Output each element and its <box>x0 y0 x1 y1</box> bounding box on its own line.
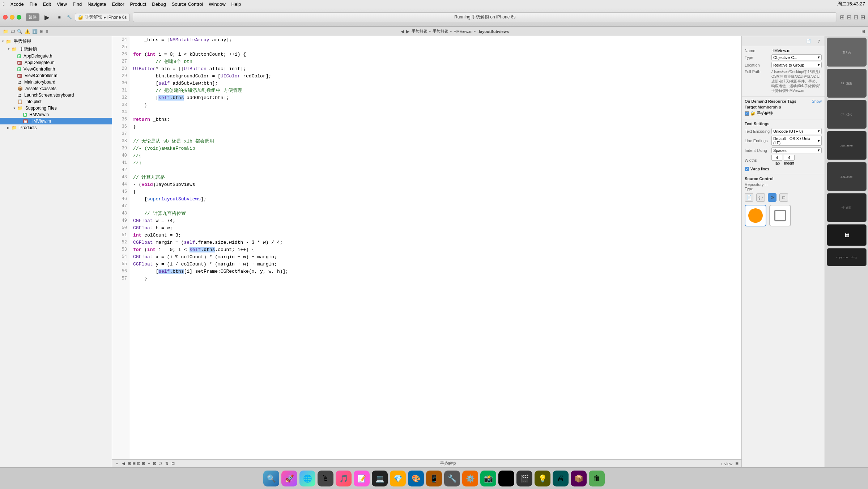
code-line[interactable]: [self addSubview:btn]; <box>133 80 739 87</box>
indent-using-dropdown[interactable]: Spaces ▾ <box>771 147 822 153</box>
pause-button[interactable]: 暂停 <box>26 13 39 21</box>
menu-product[interactable]: Product <box>130 1 146 7</box>
code-line[interactable]: //{ <box>133 152 739 159</box>
sc-thumb-2[interactable] <box>769 205 791 226</box>
tree-item-viewcontroller_h[interactable]: hViewController.h <box>0 66 112 72</box>
dock-ps[interactable]: 🎨 <box>408 471 424 486</box>
encoding-dropdown[interactable]: Unicode (UTF-8) ▾ <box>771 128 822 134</box>
code-line[interactable]: //- (void)awakeFromNib <box>133 145 739 152</box>
folder-icon[interactable]: 📁 <box>3 29 8 34</box>
dock-mouse[interactable]: 🖱 <box>318 471 333 486</box>
tree-item-main_storyboard[interactable]: 🗂Main.storyboard <box>0 79 112 85</box>
dock-itunes[interactable]: 🎵 <box>336 471 352 486</box>
code-line[interactable]: for (int i = 0; i < self.btns.count; i++… <box>133 246 739 253</box>
show-link[interactable]: Show <box>812 99 822 103</box>
dock-app10[interactable]: 🗑 <box>589 471 605 486</box>
code-line[interactable]: //} <box>133 159 739 166</box>
code-line[interactable]: { <box>133 188 739 195</box>
code-line[interactable]: // 计算九宫格 <box>133 174 739 181</box>
tree-item-info_plist[interactable]: 📋Info.plist <box>0 98 112 105</box>
type-dropdown[interactable]: Objective-C... ▾ <box>771 54 822 60</box>
tree-item-supporting[interactable]: ▼📁Supporting Files <box>0 105 112 111</box>
code-line[interactable]: [super layoutSubviews]; <box>133 195 739 203</box>
menu-edit[interactable]: Edit <box>43 1 51 7</box>
code-line[interactable]: CGFloat margin = (self.frame.size.width … <box>133 239 739 246</box>
code-line[interactable]: btn.backgroundColor = [UIColor redColor]… <box>133 72 739 80</box>
menu-help[interactable]: Help <box>231 1 241 7</box>
sc-radio-icon[interactable]: ⊙ <box>768 193 776 202</box>
arrows-v[interactable]: ⇅ <box>165 461 169 466</box>
menu-navigate[interactable]: Navigate <box>88 1 106 7</box>
line-endings-dropdown[interactable]: Default - OS X / Unix (LF) ▾ <box>771 136 822 146</box>
code-line[interactable]: } <box>133 123 739 130</box>
dock-safari[interactable]: 🌐 <box>299 471 315 486</box>
stop-button[interactable]: ■ <box>55 13 64 22</box>
warning-icon[interactable]: ⚠️ <box>25 29 30 34</box>
bc-part4[interactable]: -layoutSubviews <box>477 29 509 34</box>
code-line[interactable] <box>133 203 739 210</box>
back-nav[interactable]: ◀ <box>401 29 404 34</box>
tree-item-products[interactable]: ▶📁Products <box>0 124 112 131</box>
code-line[interactable]: CGFloat x = (i % colCount) * (margin + w… <box>133 253 739 260</box>
more-btn[interactable]: ⊡ <box>171 461 175 466</box>
scheme-selector[interactable]: 🔐 手势解锁 ▸ iPhone 6s <box>75 13 130 21</box>
code-line[interactable]: UIButton* btn = [[UIButton alloc] init]; <box>133 65 739 72</box>
code-line[interactable]: return _btns; <box>133 116 739 123</box>
tree-item-appdelegate_h[interactable]: hAppDelegate.h <box>0 53 112 59</box>
code-line[interactable]: [self.btns addObject:btn]; <box>133 94 739 101</box>
arrows-btn[interactable]: ⇄ <box>159 461 162 466</box>
dock-finder[interactable]: 🔍 <box>263 471 279 486</box>
debug-toggle[interactable]: ⊟ <box>847 14 851 21</box>
code-content[interactable]: _btns = [NSMutableArray array]; for (int… <box>130 36 741 459</box>
menu-xcode[interactable]: Xcode <box>10 1 24 7</box>
file-insp-icon[interactable]: 📄 <box>805 38 812 45</box>
inspector-toggle[interactable]: ⊡ <box>854 14 858 21</box>
apple-menu[interactable]:  <box>3 1 5 7</box>
panel-toggle[interactable]: ⊞ <box>860 14 865 21</box>
sc-doc-icon[interactable]: 📄 <box>745 193 753 202</box>
code-line[interactable]: int colCount = 3; <box>133 231 739 239</box>
code-line[interactable]: // 把创建的按钮添加到数组中 方便管理 <box>133 87 739 94</box>
run-button[interactable]: ▶ <box>42 13 52 22</box>
dock-app5[interactable]: 🖥 <box>498 471 514 486</box>
tree-item-root[interactable]: ▼📁手势解锁 <box>0 38 112 45</box>
code-line[interactable] <box>133 130 739 137</box>
hide-panel[interactable]: ⊠ <box>153 461 156 466</box>
dock-app8[interactable]: 🖨 <box>553 471 569 486</box>
code-line[interactable]: CGFloat h = w; <box>133 224 739 231</box>
dock-app1[interactable]: 📱 <box>426 471 442 486</box>
target-checkbox[interactable]: ✓ <box>745 111 749 116</box>
menu-editor[interactable]: Editor <box>112 1 124 7</box>
tree-item-proj[interactable]: ▼📁手势解锁 <box>0 45 112 53</box>
menu-debug[interactable]: Debug <box>152 1 166 7</box>
code-line[interactable]: // 无论是从 sb 还是 xib 都会调用 <box>133 137 739 145</box>
menu-window[interactable]: Window <box>209 1 225 7</box>
code-line[interactable]: // 计算九宫格位置 <box>133 210 739 217</box>
code-line[interactable]: } <box>133 275 739 282</box>
view-selector[interactable]: ⊞ <box>735 461 739 466</box>
minimize-button[interactable]: − <box>10 15 14 20</box>
code-line[interactable]: CGFloat w = 74; <box>133 217 739 224</box>
tree-item-launch_sb[interactable]: 🗂LaunchScreen.storyboard <box>0 92 112 98</box>
menu-file[interactable]: File <box>30 1 37 7</box>
wrap-lines-checkbox[interactable]: ✓ <box>745 167 749 171</box>
tag-icon[interactable]: 🏷 <box>10 29 15 34</box>
code-line[interactable] <box>133 166 739 174</box>
tab-width-input[interactable] <box>771 155 782 161</box>
forward-nav[interactable]: ▶ <box>406 29 409 34</box>
code-line[interactable]: [self.btns[i] setFrame:CGRectMake(x, y, … <box>133 268 739 275</box>
dock-app2[interactable]: 🔧 <box>444 471 460 486</box>
back-btn[interactable]: ◀ <box>122 461 125 466</box>
dock-app4[interactable]: 📸 <box>480 471 496 486</box>
filter-icon[interactable]: ⊞ <box>40 29 43 34</box>
tree-item-hmview_m[interactable]: mHMView.m <box>0 118 112 124</box>
navigator-toggle[interactable]: ⊞ <box>840 14 844 21</box>
tree-item-viewcontroller_m[interactable]: mViewController.m <box>0 72 112 79</box>
maximize-button[interactable]: + <box>17 15 21 20</box>
dock-app7[interactable]: 💡 <box>535 471 550 486</box>
assistant-icon[interactable]: ⊞ <box>861 29 865 34</box>
code-line[interactable]: } <box>133 101 739 109</box>
menu-source-control[interactable]: Source Control <box>172 1 203 7</box>
code-line[interactable]: // 创建9个 btn <box>133 58 739 65</box>
sc-square-icon[interactable]: □ <box>779 193 788 202</box>
